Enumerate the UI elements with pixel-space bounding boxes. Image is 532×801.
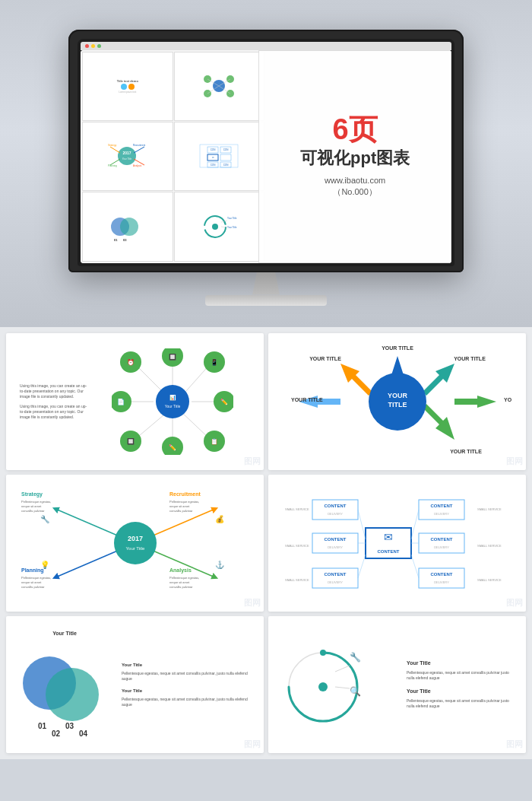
svg-text:Your Title: Your Title xyxy=(52,631,77,636)
svg-text:✉: ✉ xyxy=(211,156,214,159)
svg-text:SMALL SERVICE: SMALL SERVICE xyxy=(477,507,502,511)
screen-overlay: 6页 可视化ppt图表 www.ibaotu.com （No.000） xyxy=(258,50,451,263)
mini-slide-1: Title text demo Lorem ipsum text xyxy=(82,52,173,121)
svg-text:CONTENT: CONTENT xyxy=(377,549,399,554)
svg-point-37 xyxy=(212,224,218,230)
watermark-5: 图网 xyxy=(244,739,261,750)
svg-point-33 xyxy=(120,218,138,236)
svg-text:💰: 💰 xyxy=(215,514,225,524)
mini-slide-4: ✉ CON CON CON CON xyxy=(174,122,265,191)
svg-text:Your Title: Your Title xyxy=(227,226,237,229)
svg-line-14 xyxy=(134,147,144,153)
svg-text:TITLE: TITLE xyxy=(388,401,407,408)
svg-text:convallis pulvinar: convallis pulvinar xyxy=(21,509,45,513)
svg-text:CONTENT: CONTENT xyxy=(324,572,346,577)
svg-text:convallis pulvinar: convallis pulvinar xyxy=(169,509,193,513)
svg-text:📄: 📄 xyxy=(117,398,125,405)
watermark-1: 图网 xyxy=(244,456,261,467)
overlay-title-cn: 可视化ppt图表 xyxy=(300,147,410,170)
watermark-6: 图网 xyxy=(506,739,523,750)
svg-text:CONTENT: CONTENT xyxy=(324,537,346,542)
svg-rect-123 xyxy=(312,533,358,553)
svg-text:Strategy: Strategy xyxy=(108,144,117,147)
svg-line-138 xyxy=(358,510,366,539)
slide-4: SMALL SERVICE SMALL SERVICE SMALL SERVIC… xyxy=(268,475,526,612)
svg-point-50 xyxy=(156,385,189,418)
svg-text:04: 04 xyxy=(79,729,88,738)
monitor-screen: Title text demo Lorem ipsum text xyxy=(81,50,451,263)
svg-text:DELIVERY: DELIVERY xyxy=(434,545,449,549)
svg-text:🔧: 🔧 xyxy=(40,514,50,524)
svg-marker-72 xyxy=(423,404,454,440)
svg-text:2017: 2017 xyxy=(127,535,142,542)
svg-text:Your Title: Your Title xyxy=(125,546,144,551)
svg-text:CONTENT: CONTENT xyxy=(430,537,452,542)
monitor-base xyxy=(205,295,327,306)
svg-text:Pellentesque egestas,: Pellentesque egestas, xyxy=(169,500,199,504)
svg-text:03: 03 xyxy=(65,722,74,730)
svg-text:Strategy: Strategy xyxy=(21,491,43,497)
svg-text:SMALL SERVICE: SMALL SERVICE xyxy=(477,544,502,548)
svg-text:✏️: ✏️ xyxy=(220,398,228,405)
dot-red xyxy=(85,44,89,48)
svg-line-12 xyxy=(110,147,120,153)
svg-point-9 xyxy=(118,147,136,165)
mini-slide-6: Your Title Your Title xyxy=(174,192,265,261)
svg-text:YOUR TITLE: YOUR TITLE xyxy=(504,397,511,402)
svg-marker-70 xyxy=(423,364,454,396)
svg-text:DELIVERY: DELIVERY xyxy=(328,512,343,516)
svg-text:CONTENT: CONTENT xyxy=(324,504,346,508)
svg-text:Your Title: Your Title xyxy=(164,404,180,408)
svg-text:🔧: 🔧 xyxy=(350,651,361,663)
svg-text:🔍: 🔍 xyxy=(350,685,361,697)
svg-text:convallis pulvinar: convallis pulvinar xyxy=(169,585,193,589)
svg-text:📱: 📱 xyxy=(211,358,218,366)
svg-point-153 xyxy=(320,650,326,656)
svg-text:Pellentesque egestas,: Pellentesque egestas, xyxy=(169,576,199,580)
slide-5-content: Your Title 01 02 03 04 Your Title Pellen… xyxy=(6,616,264,753)
dot-yellow xyxy=(91,44,95,48)
svg-text:neque sit amet: neque sit amet xyxy=(21,504,42,508)
svg-text:SMALL SERVICE: SMALL SERVICE xyxy=(285,544,309,548)
svg-text:📊: 📊 xyxy=(169,394,176,401)
svg-text:YOUR TITLE: YOUR TITLE xyxy=(382,345,413,351)
svg-rect-135 xyxy=(419,568,464,588)
svg-text:Analysis: Analysis xyxy=(169,567,192,574)
overlay-url: www.ibaotu.com xyxy=(325,176,385,185)
slide-5: Your Title 01 02 03 04 Your Title Pellen… xyxy=(6,616,264,753)
mini-slide-2 xyxy=(174,52,265,121)
svg-text:YOUR TITLE: YOUR TITLE xyxy=(291,397,323,402)
overlay-code: （No.000） xyxy=(333,186,376,198)
svg-text:01: 01 xyxy=(38,722,47,730)
dot-green xyxy=(97,44,101,48)
svg-rect-129 xyxy=(419,533,464,553)
svg-line-142 xyxy=(358,555,366,578)
svg-line-156 xyxy=(335,666,350,672)
svg-text:01: 01 xyxy=(114,238,118,242)
svg-text:YOUR: YOUR xyxy=(387,392,407,399)
svg-text:SMALL SERVICE: SMALL SERVICE xyxy=(285,578,309,582)
svg-text:03: 03 xyxy=(123,238,127,242)
svg-marker-71 xyxy=(454,396,496,408)
svg-text:CON: CON xyxy=(210,164,215,167)
svg-text:CON: CON xyxy=(223,164,228,167)
svg-text:DELIVERY: DELIVERY xyxy=(434,580,449,584)
mini-slide-3: 2017 Your Title Strategy Planning Recrui… xyxy=(82,122,173,191)
svg-text:🔲: 🔲 xyxy=(127,437,135,445)
svg-text:CON: CON xyxy=(210,148,215,151)
monitor-neck xyxy=(243,272,289,295)
svg-line-157 xyxy=(335,687,350,688)
svg-text:CON: CON xyxy=(223,148,228,151)
svg-line-143 xyxy=(411,555,419,578)
monitor-wrapper: Title text demo Lorem ipsum text xyxy=(68,30,464,306)
svg-text:neque sit amet: neque sit amet xyxy=(169,580,190,584)
svg-text:SMALL SERVICE: SMALL SERVICE xyxy=(477,578,502,582)
svg-rect-117 xyxy=(312,500,358,520)
slide-1-content: Using this image, you can create an up-t… xyxy=(6,333,264,470)
svg-point-88 xyxy=(114,522,157,564)
svg-text:YOUR TITLE: YOUR TITLE xyxy=(309,356,341,361)
svg-text:✉: ✉ xyxy=(384,531,393,543)
svg-text:Your Title: Your Title xyxy=(227,217,237,220)
svg-text:💡: 💡 xyxy=(40,560,50,570)
svg-text:neque sit amet: neque sit amet xyxy=(169,504,190,508)
